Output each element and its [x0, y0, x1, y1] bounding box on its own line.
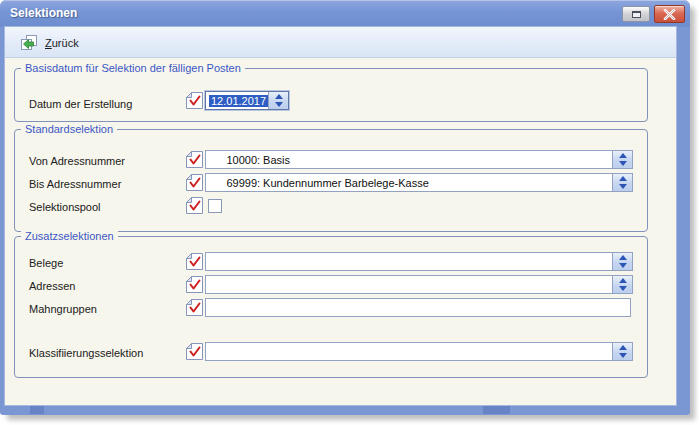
klassifiierungsselektion-value[interactable] — [206, 343, 612, 360]
window-title: Selektionen — [10, 0, 77, 27]
bis-adressnummer-field[interactable]: 69999: Kundennummer Barbelege-Kasse — [205, 173, 633, 192]
restore-button[interactable] — [622, 6, 650, 22]
bis-adressnummer-spinner[interactable] — [612, 174, 632, 191]
spin-down-icon — [619, 353, 627, 358]
label-belege: Belege — [29, 256, 63, 271]
datum-spinner[interactable] — [268, 92, 288, 109]
label-von-adressnummer: Von Adressnummer — [29, 154, 125, 169]
mahngruppen-flag-checkbox[interactable] — [186, 299, 203, 316]
von-adressnummer-value[interactable]: 10000: Basis — [206, 151, 612, 168]
adressen-value[interactable] — [206, 276, 612, 293]
title-bar[interactable]: Selektionen — [0, 0, 690, 27]
label-adressen: Adressen — [29, 279, 75, 294]
back-icon — [21, 35, 38, 51]
bottom-border-notch — [483, 406, 510, 414]
label-datum-der-erstellung: Datum der Erstellung — [29, 97, 132, 112]
spin-up-icon — [619, 278, 627, 283]
von-adressnummer-spinner[interactable] — [612, 151, 632, 168]
spin-up-icon — [619, 176, 627, 181]
belege-flag-checkbox[interactable] — [186, 253, 203, 270]
klassifiierungsselektion-flag-checkbox[interactable] — [186, 343, 203, 360]
dialog-body: Zurück Basisdatum für Selektion der fäll… — [5, 27, 676, 405]
selektionspool-flag-checkbox[interactable] — [186, 197, 203, 214]
restore-icon — [632, 11, 641, 18]
datum-flag-checkbox[interactable] — [186, 92, 203, 109]
spin-down-icon — [619, 184, 627, 189]
spin-up-icon — [619, 345, 627, 350]
mahngruppen-value[interactable] — [206, 299, 630, 316]
label-selektionspool: Selektionspool — [29, 200, 101, 215]
spin-down-icon — [619, 161, 627, 166]
selektionen-dialog: Selektionen Zurück — [0, 0, 690, 415]
group-standardselektion-legend: Standardselektion — [21, 122, 117, 136]
spin-down-icon — [275, 102, 283, 107]
back-button[interactable]: Zurück — [14, 31, 86, 54]
belege-value[interactable] — [206, 253, 612, 270]
spin-up-icon — [619, 153, 627, 158]
group-zusatzselektionen: Zusatzselektionen Belege Adressen Mahng — [14, 236, 648, 378]
adressen-flag-checkbox[interactable] — [186, 276, 203, 293]
adressen-field[interactable] — [205, 275, 633, 294]
klassifiierungsselektion-spinner[interactable] — [612, 343, 632, 360]
bis-adressnummer-value[interactable]: 69999: Kundennummer Barbelege-Kasse — [206, 174, 612, 191]
bis-adressnummer-flag-checkbox[interactable] — [186, 174, 203, 191]
adressen-spinner[interactable] — [612, 276, 632, 293]
datum-der-erstellung-field[interactable]: 12.01.2017 — [205, 91, 289, 110]
belege-field[interactable] — [205, 252, 633, 271]
mahngruppen-field[interactable] — [205, 298, 631, 317]
belege-spinner[interactable] — [612, 253, 632, 270]
spin-down-icon — [619, 263, 627, 268]
group-standardselektion: Standardselektion Von Adressnummer 10000… — [14, 129, 648, 232]
spin-down-icon — [619, 286, 627, 291]
label-klassifiierungsselektion: Klassifiierungsselektion — [29, 346, 143, 361]
label-mahngruppen: Mahngruppen — [29, 302, 97, 317]
close-button[interactable] — [654, 5, 685, 23]
klassifiierungsselektion-field[interactable] — [205, 342, 633, 361]
spin-up-icon — [275, 94, 283, 99]
group-basisdatum-legend: Basisdatum für Selektion der fälligen Po… — [21, 61, 245, 75]
toolbar: Zurück — [5, 27, 676, 58]
close-icon — [663, 9, 676, 20]
label-bis-adressnummer: Bis Adressnummer — [29, 177, 121, 192]
datum-value[interactable]: 12.01.2017 — [206, 92, 268, 109]
group-zusatzselektionen-legend: Zusatzselektionen — [21, 229, 118, 243]
von-adressnummer-field[interactable]: 10000: Basis — [205, 150, 633, 169]
von-adressnummer-flag-checkbox[interactable] — [186, 151, 203, 168]
group-basisdatum: Basisdatum für Selektion der fälligen Po… — [14, 68, 648, 122]
selektionspool-checkbox[interactable] — [208, 199, 222, 213]
bottom-border-notch — [30, 406, 44, 414]
spin-up-icon — [619, 255, 627, 260]
back-button-label: Zurück — [45, 37, 79, 49]
